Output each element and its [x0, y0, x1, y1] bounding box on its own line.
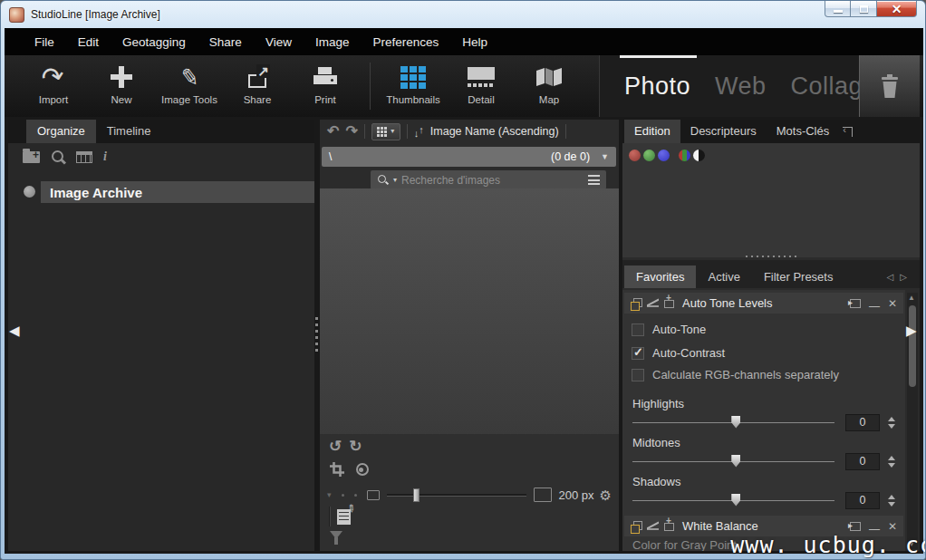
slider-track[interactable]	[632, 500, 834, 501]
tab-filter-presets[interactable]: Filter Presets	[752, 266, 845, 288]
tab-favorites[interactable]: Favorites	[624, 266, 696, 288]
search-folders-icon[interactable]	[51, 150, 65, 164]
minimize-button[interactable]	[825, 1, 851, 17]
add-preset-icon[interactable]	[664, 300, 674, 308]
blue-channel-icon[interactable]	[658, 150, 670, 161]
midtones-value[interactable]: 0	[845, 453, 880, 470]
spinner-control[interactable]	[884, 414, 898, 431]
sort-order-label[interactable]: Image Name (Ascending)	[430, 125, 559, 138]
rotate-left-icon[interactable]: ↺	[329, 439, 342, 454]
collapse-right-panel-icon[interactable]: ▶	[906, 323, 917, 337]
zoom-slider-track[interactable]	[387, 494, 526, 497]
new-button[interactable]: New	[87, 62, 156, 111]
detach-panel-icon[interactable]	[850, 299, 861, 308]
curve-icon[interactable]	[647, 521, 659, 531]
rotate-right-icon[interactable]: ↻	[349, 439, 362, 454]
checkbox-box[interactable]: ✓	[632, 323, 644, 336]
print-button[interactable]: Print	[291, 62, 360, 111]
spinner-control[interactable]	[884, 453, 898, 470]
highlights-value[interactable]: 0	[845, 414, 880, 431]
share-button[interactable]: ↗ Share	[223, 62, 292, 111]
checkbox-box[interactable]: ✓	[632, 347, 644, 360]
search-menu-icon[interactable]	[588, 175, 600, 185]
thumbnails-view-button[interactable]: Thumbnails	[379, 62, 448, 111]
slider-thumb[interactable]	[731, 455, 740, 468]
search-input[interactable]	[401, 174, 584, 187]
auto-tone-checkbox[interactable]: ✓ Auto-Tone	[632, 323, 706, 336]
splitter-handle-icon[interactable]	[746, 256, 796, 257]
spin-up-icon[interactable]	[888, 495, 895, 499]
filter-icon[interactable]	[330, 531, 342, 539]
view-layout-button[interactable]: ▾	[371, 123, 400, 140]
table-view-icon[interactable]	[76, 151, 92, 163]
menu-geotagging[interactable]: Geotagging	[111, 35, 198, 49]
new-folder-icon[interactable]	[23, 151, 40, 163]
import-button[interactable]: ↷ Import	[19, 62, 88, 111]
gear-icon[interactable]: ⚙	[600, 488, 612, 502]
collapse-left-panel-icon[interactable]: ◀	[9, 323, 20, 337]
zoom-small-icon[interactable]	[367, 490, 380, 500]
thumbnail-canvas[interactable]	[320, 188, 619, 434]
tab-mots-cles[interactable]: Mots-Clés	[767, 120, 840, 143]
slider-thumb[interactable]	[731, 416, 740, 429]
auto-contrast-checkbox[interactable]: ✓ Auto-Contrast	[632, 346, 725, 360]
menu-edit[interactable]: Edit	[66, 35, 111, 49]
favorite-filter-icon[interactable]	[631, 521, 641, 532]
sort-direction-icon[interactable]: ↓↑	[414, 127, 424, 137]
scroll-up-icon[interactable]: ▲	[908, 294, 915, 302]
red-eye-icon[interactable]	[356, 463, 369, 476]
map-view-button[interactable]: Map	[515, 62, 584, 111]
restore-button[interactable]	[851, 1, 876, 17]
close-section-icon[interactable]: ✕	[888, 521, 897, 532]
tab-next-icon[interactable]: ▷	[900, 273, 907, 282]
spin-up-icon[interactable]	[888, 456, 895, 460]
tab-timeline[interactable]: Timeline	[96, 120, 162, 143]
tab-descripteurs[interactable]: Descripteurs	[680, 120, 767, 143]
curve-icon[interactable]	[647, 298, 659, 308]
spin-up-icon[interactable]	[888, 417, 895, 421]
search-options-icon[interactable]: ▾	[393, 177, 397, 184]
shadows-value[interactable]: 0	[845, 492, 880, 509]
menu-share[interactable]: Share	[198, 35, 254, 49]
scrollbar-thumb[interactable]	[909, 305, 916, 387]
green-channel-icon[interactable]	[643, 150, 655, 161]
image-archive-row[interactable]: Image Archive	[41, 181, 314, 203]
trash-dropzone[interactable]	[859, 55, 920, 117]
spin-down-icon[interactable]	[888, 463, 895, 468]
red-channel-icon[interactable]	[629, 150, 641, 161]
favorite-filter-icon[interactable]	[631, 298, 641, 309]
checkbox-box[interactable]: ✓	[632, 369, 644, 381]
collapse-section-icon[interactable]: —	[869, 301, 880, 312]
panel-collapse-icon[interactable]	[843, 127, 853, 137]
edit-descriptors-icon[interactable]	[337, 509, 351, 525]
detail-view-button[interactable]: Detail	[447, 62, 516, 111]
close-button[interactable]: ✕	[876, 1, 917, 17]
auto-tone-levels-header[interactable]: Auto Tone Levels — ✕	[624, 293, 903, 314]
spin-down-icon[interactable]	[888, 502, 895, 507]
nav-forward-icon[interactable]: ↷	[345, 124, 357, 139]
slider-thumb[interactable]	[731, 494, 740, 507]
menu-view[interactable]: View	[254, 35, 304, 49]
zoom-options-icon[interactable]: ▾	[327, 490, 332, 499]
slider-track[interactable]	[632, 422, 834, 423]
path-dropdown-icon[interactable]: ▼	[601, 153, 609, 161]
slider-track[interactable]	[632, 461, 834, 462]
tab-organize[interactable]: Organize	[26, 120, 96, 143]
tab-active[interactable]: Active	[696, 266, 751, 288]
spinner-control[interactable]	[884, 492, 898, 509]
left-splitter-handle[interactable]	[315, 317, 318, 352]
close-section-icon[interactable]: ✕	[888, 298, 897, 309]
menu-help[interactable]: Help	[450, 35, 499, 49]
menu-file[interactable]: File	[23, 35, 66, 49]
tab-prev-icon[interactable]: ◁	[887, 273, 894, 282]
add-preset-icon[interactable]	[664, 523, 674, 531]
spin-down-icon[interactable]	[888, 424, 895, 429]
search-icon[interactable]	[377, 174, 389, 186]
panel-splitter[interactable]	[622, 255, 920, 258]
luminance-channel-icon[interactable]	[693, 150, 705, 161]
image-tools-button[interactable]: ✎ Image Tools	[155, 62, 224, 111]
crop-icon[interactable]	[330, 462, 344, 477]
nav-back-icon[interactable]: ↶	[327, 124, 339, 139]
title-bar[interactable]: StudioLine [Image Archive] ✕	[1, 1, 925, 28]
zoom-large-icon[interactable]	[534, 488, 552, 502]
